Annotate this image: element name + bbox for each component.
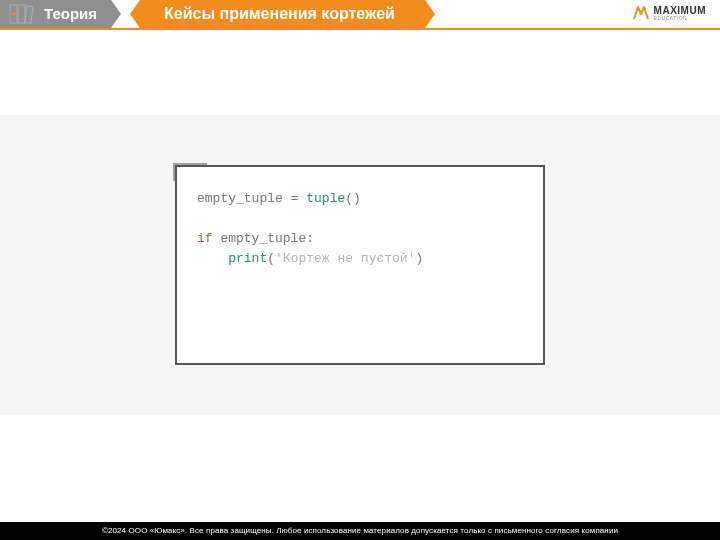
logo-subtext: EDUCATION <box>654 16 706 21</box>
logo-mark-icon <box>632 4 650 22</box>
code-print: print <box>228 251 267 266</box>
category-label: Теория <box>44 0 97 28</box>
slide-title: Кейсы применения кортежей <box>164 5 395 22</box>
code-block: empty_tuple = tuple() if empty_tuple: pr… <box>175 165 545 365</box>
book-icon <box>8 3 34 25</box>
code-open: ( <box>267 251 275 266</box>
code-string: 'Кортеж не пустой' <box>275 251 415 266</box>
code-indent <box>197 251 228 266</box>
code-close: ) <box>415 251 423 266</box>
logo-text: MAXIMUM <box>654 6 706 16</box>
header-underline <box>0 28 720 30</box>
footer-bar: ©2024 ООО «Юмакс». Все права защищены. Л… <box>0 522 720 540</box>
code-paren: () <box>345 191 361 206</box>
svg-rect-2 <box>25 6 33 24</box>
svg-point-3 <box>13 13 16 16</box>
code-builtin: tuple <box>298 191 345 206</box>
code-var: empty_tuple <box>197 191 291 206</box>
slide-header: Теория Кейсы применения кортежей MAXIMUM… <box>0 0 720 42</box>
slide-title-bar: Кейсы применения кортежей <box>140 0 425 28</box>
code-cond: empty_tuple: <box>213 231 314 246</box>
svg-rect-1 <box>18 5 25 23</box>
code-keyword: if <box>197 231 213 246</box>
code-block-wrap: empty_tuple = tuple() if empty_tuple: pr… <box>175 165 545 365</box>
copyright-text: ©2024 ООО «Юмакс». Все права защищены. Л… <box>102 526 618 535</box>
brand-logo: MAXIMUM EDUCATION <box>632 4 706 22</box>
logo-text-wrap: MAXIMUM EDUCATION <box>654 6 706 21</box>
content-band: empty_tuple = tuple() if empty_tuple: pr… <box>0 115 720 415</box>
